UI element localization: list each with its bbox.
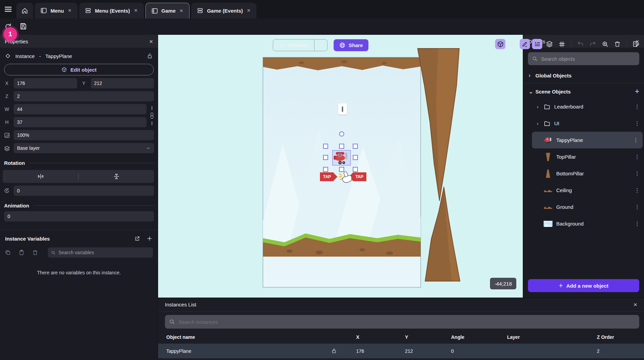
edit-scene-events-button[interactable]	[631, 39, 641, 49]
y-field[interactable]	[91, 78, 154, 88]
toggle-objects-panel-button[interactable]	[495, 39, 505, 49]
instances-table-header: Object name X Y Angle Layer Z Order	[158, 331, 644, 344]
z-label: Z	[3, 93, 11, 99]
zoom-in-button[interactable]	[600, 39, 610, 49]
edit-object-button[interactable]: Edit object	[4, 64, 154, 75]
objects-search-input[interactable]	[541, 56, 635, 62]
toggle-instances-list-button[interactable]	[532, 39, 542, 49]
lock-aspect-ratio-toggle[interactable]	[149, 106, 155, 125]
tab-game-events[interactable]: Game (Events) ×	[191, 3, 256, 18]
open-variables-editor-button[interactable]	[134, 235, 140, 242]
resize-handle-n[interactable]	[339, 144, 344, 149]
grid-button[interactable]	[557, 39, 567, 49]
object-item-tappyplane[interactable]: TappyPlane ⋮	[532, 132, 643, 148]
toggle-properties-panel-button[interactable]	[520, 39, 530, 49]
column-z-order[interactable]: Z Order	[597, 334, 644, 340]
column-layer[interactable]: Layer	[507, 334, 597, 340]
x-field[interactable]	[14, 78, 77, 88]
preview-options-button[interactable]	[314, 40, 327, 51]
globe-icon	[339, 42, 346, 48]
close-icon[interactable]: ×	[246, 7, 251, 14]
width-field[interactable]	[14, 104, 146, 114]
kebab-menu-icon[interactable]: ⋮	[634, 154, 640, 160]
delete-variable-button[interactable]	[32, 249, 38, 256]
copy-variable-button[interactable]	[5, 249, 11, 256]
resize-handle-ne[interactable]	[353, 144, 358, 149]
instruction-card-sprite[interactable]	[338, 103, 347, 115]
share-button[interactable]: Share	[334, 39, 368, 51]
variables-search-input[interactable]	[58, 250, 150, 255]
global-objects-row[interactable]: › Global Objects	[523, 69, 644, 82]
delete-button[interactable]	[612, 39, 622, 49]
close-icon[interactable]: ×	[149, 38, 153, 45]
resize-handle-nw[interactable]	[323, 144, 328, 149]
object-item-ceiling[interactable]: Ceiling ⋮	[523, 182, 644, 199]
rotate-icon	[3, 187, 11, 194]
kebab-menu-icon[interactable]: ⋮	[634, 204, 640, 210]
column-object-name[interactable]: Object name	[166, 334, 331, 340]
instances-search[interactable]	[165, 315, 639, 329]
close-icon[interactable]: ×	[179, 8, 184, 14]
hamburger-menu-button[interactable]	[0, 0, 16, 18]
kebab-menu-icon[interactable]: ⋮	[634, 170, 640, 177]
object-item-background[interactable]: Background ⋮	[523, 215, 644, 232]
unlock-icon[interactable]	[147, 53, 153, 59]
object-item-toppillar[interactable]: TopPillar ⋮	[523, 148, 644, 165]
column-x[interactable]: X	[356, 334, 405, 340]
column-y[interactable]: Y	[405, 334, 451, 340]
flip-horizontal-button[interactable]	[3, 173, 78, 180]
resize-handle-sw[interactable]	[323, 167, 328, 172]
bottom-pillar-sprite[interactable]	[425, 187, 460, 281]
undo-button[interactable]	[575, 39, 586, 49]
tab-home[interactable]	[16, 3, 33, 18]
resize-handle-e[interactable]	[353, 155, 358, 160]
height-field[interactable]	[14, 117, 146, 127]
object-item-bottompillar[interactable]: BottomPillar ⋮	[523, 165, 644, 182]
save-button[interactable]	[19, 22, 27, 30]
add-new-object-button[interactable]: + Add a new object	[528, 279, 639, 292]
unlock-icon[interactable]	[331, 348, 356, 354]
objects-search[interactable]	[528, 52, 639, 65]
tab-menu-events[interactable]: Menu (Events) ×	[79, 3, 143, 18]
close-icon[interactable]: ×	[134, 7, 138, 14]
object-item-ground[interactable]: Ground ⋮	[523, 199, 644, 215]
top-pillar-sprite[interactable]	[418, 48, 459, 201]
add-variable-button[interactable]	[146, 235, 153, 242]
rotation-field[interactable]	[14, 186, 154, 196]
preview-main[interactable]: Preview	[273, 40, 314, 51]
preview-button[interactable]: Preview	[273, 39, 327, 51]
z-field[interactable]	[14, 91, 154, 101]
close-icon[interactable]: ×	[67, 7, 72, 14]
object-folder-leaderboard[interactable]: › Leaderboard ⋮	[523, 98, 644, 115]
toggle-instances-button[interactable]	[507, 39, 518, 49]
scene-objects-label: Scene Objects	[535, 89, 571, 95]
scene-canvas[interactable]: TAP TAP -44;218	[158, 35, 523, 298]
notification-badge[interactable]: 1	[3, 27, 17, 41]
animation-section-title: Animation	[4, 203, 154, 208]
scene-objects-row[interactable]: ⌄ Scene Objects +	[523, 85, 644, 98]
flip-vertical-button[interactable]	[79, 173, 154, 180]
column-angle[interactable]: Angle	[451, 334, 507, 340]
instances-search-input[interactable]	[179, 319, 635, 325]
kebab-menu-icon[interactable]: ⋮	[634, 220, 640, 227]
animation-field[interactable]	[4, 211, 154, 221]
kebab-menu-icon[interactable]: ⋮	[634, 103, 640, 110]
object-folder-ui[interactable]: › UI ⋮	[523, 115, 644, 132]
tab-game[interactable]: Game ×	[145, 3, 190, 18]
layer-select[interactable]: Base layer	[14, 143, 154, 153]
selected-plane-sprite[interactable]	[332, 150, 351, 165]
variables-search[interactable]	[48, 247, 153, 258]
rotation-handle[interactable]	[339, 131, 344, 136]
paste-variable-button[interactable]	[18, 249, 25, 256]
kebab-menu-icon[interactable]: ⋮	[634, 187, 640, 193]
instance-table-row[interactable]: TappyPlane 176 212 0 2	[158, 344, 644, 358]
close-icon[interactable]: ×	[633, 301, 637, 308]
layers-button[interactable]	[544, 39, 555, 49]
opacity-field[interactable]	[14, 130, 154, 140]
resize-handle-w[interactable]	[323, 155, 328, 160]
redo-button[interactable]	[588, 39, 598, 49]
tab-menu[interactable]: Menu ×	[35, 3, 78, 18]
kebab-menu-icon[interactable]: ⋮	[634, 120, 640, 127]
kebab-menu-icon[interactable]: ⋮	[633, 137, 639, 143]
add-object-plus-icon[interactable]: +	[635, 87, 639, 96]
